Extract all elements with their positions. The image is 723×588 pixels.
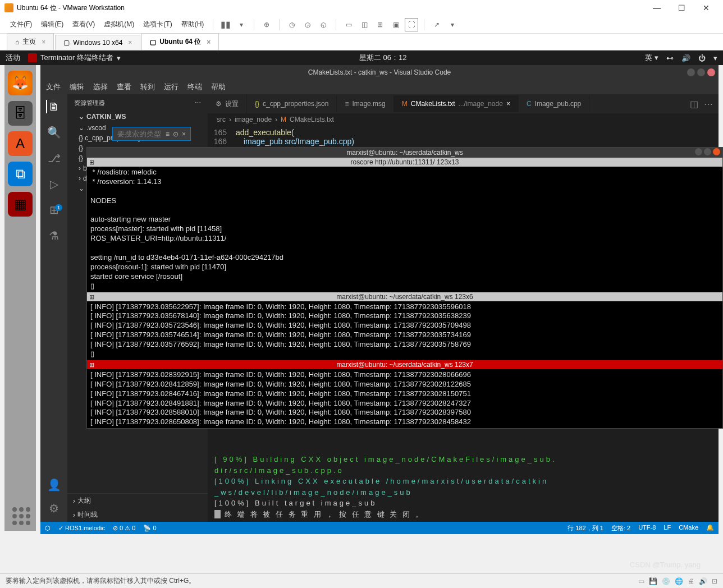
close-button[interactable] — [713, 148, 720, 155]
bell-icon[interactable]: 🔔 — [706, 524, 714, 532]
device-icon[interactable]: ⊡ — [712, 577, 717, 585]
flask-icon[interactable]: ⚗ — [47, 229, 61, 242]
code-editor[interactable]: 165 add_executable( 166 image_pub src/Im… — [208, 126, 719, 148]
close-icon[interactable]: × — [128, 39, 132, 47]
toolbar-dropdown-icon[interactable]: ▾ — [235, 18, 248, 31]
status-eol[interactable]: LF — [663, 524, 671, 532]
more-icon[interactable]: ⋯ — [704, 99, 713, 109]
device-icon[interactable]: 💿 — [662, 577, 670, 585]
layout-icon[interactable]: ▭ — [342, 18, 355, 31]
menu-edit[interactable]: 编辑(E) — [38, 17, 67, 31]
chevron-down-icon[interactable]: ▾ — [713, 54, 717, 62]
layout-icon4[interactable]: ▣ — [389, 18, 402, 31]
outline-panel[interactable]: › 大纲 — [67, 494, 208, 508]
toolbar-dropdown2-icon[interactable]: ▾ — [446, 18, 459, 31]
close-icon[interactable]: × — [42, 38, 45, 46]
status-encoding[interactable]: UTF-8 — [638, 524, 656, 532]
menu-view[interactable]: 查看(V) — [69, 17, 98, 31]
close-button[interactable] — [707, 68, 715, 76]
menu-run[interactable]: 运行 — [164, 82, 179, 92]
layout-icon2[interactable]: ◫ — [358, 18, 371, 31]
maximize-button[interactable] — [697, 68, 705, 76]
account-icon[interactable]: 👤 — [47, 478, 61, 491]
close-button[interactable]: ✕ — [694, 0, 719, 16]
split-editor-icon[interactable]: ◫ — [690, 99, 698, 109]
device-icon[interactable]: 🖨 — [688, 577, 694, 585]
dock-software[interactable]: A — [8, 131, 33, 156]
regex-icon[interactable]: ⊙ — [173, 130, 179, 138]
tab-home[interactable]: ⌂ 主页 × — [7, 33, 54, 50]
filter-icon[interactable]: ≡ — [166, 130, 170, 138]
layout-icon3[interactable]: ⊞ — [373, 18, 387, 31]
search-icon[interactable]: 🔍 — [47, 126, 61, 139]
tab-win10[interactable]: ▢ Windows 10 x64 × — [55, 35, 140, 50]
status-lncol[interactable]: 行 182，列 1 — [568, 524, 603, 532]
extensions-icon[interactable]: ⊞1 — [47, 203, 61, 217]
fullscreen-icon[interactable]: ⛶ — [405, 18, 418, 31]
power-icon[interactable]: ⏻ — [698, 54, 706, 62]
terminal-pane3[interactable]: [ INFO] [1713877923.028392915]: Image fr… — [87, 369, 722, 428]
minimize-button[interactable]: — — [644, 0, 669, 16]
pause-icon[interactable]: ▮▮ — [219, 18, 232, 31]
tab-imagepub[interactable]: CImage_pub.cpp — [519, 95, 589, 112]
ime-indicator[interactable]: 英 ▾ — [645, 53, 658, 63]
status-problems[interactable]: ⊘ 0 ⚠ 0 — [113, 525, 135, 532]
menu-help[interactable]: 帮助 — [211, 82, 226, 92]
device-icon[interactable]: 💾 — [649, 577, 657, 585]
source-control-icon[interactable]: ⎇ — [47, 151, 61, 165]
device-icon[interactable]: ▭ — [638, 577, 644, 585]
breadcrumb[interactable]: src › image_node › M CMakeLists.txt — [208, 113, 719, 126]
terminal-pane1[interactable]: * /rosdistro: melodic * /rosversion: 1.1… — [87, 167, 722, 292]
menu-tabs[interactable]: 选项卡(T) — [140, 17, 175, 31]
terminal-pane2[interactable]: [ INFO] [1713877923.035622957]: Image fr… — [87, 301, 722, 360]
menu-file[interactable]: 文件 — [46, 82, 61, 92]
tab-ubuntu[interactable]: ▢ Ubuntu 64 位 × — [141, 33, 219, 50]
dock-firefox[interactable]: 🦊 — [8, 71, 33, 95]
debug-icon[interactable]: ▷ — [47, 177, 61, 191]
menu-go[interactable]: 转到 — [140, 82, 155, 92]
gear-icon[interactable]: ⚙ — [47, 502, 61, 515]
close-icon[interactable]: × — [506, 100, 510, 108]
menu-terminal[interactable]: 终端 — [187, 82, 202, 92]
maximize-button[interactable]: ☐ — [669, 0, 694, 16]
show-apps-icon[interactable] — [12, 507, 30, 525]
status-lang[interactable]: CMake — [679, 524, 698, 532]
tab-cmake[interactable]: MCMakeLists.txt .../image_node × — [394, 95, 519, 112]
timeline-panel[interactable]: › 时间线 — [67, 508, 208, 522]
snapshot-manage-icon[interactable]: ◶ — [301, 18, 314, 31]
menu-view[interactable]: 查看 — [117, 82, 131, 92]
dock-files[interactable]: 🗄 — [8, 101, 33, 126]
close-icon[interactable]: × — [182, 130, 186, 138]
snapshot-revert-icon[interactable]: ◵ — [317, 18, 330, 31]
tab-imagemsg[interactable]: ≡Image.msg — [337, 95, 393, 112]
menu-help[interactable]: 帮助(H) — [178, 17, 208, 31]
volume-icon[interactable]: 🔊 — [681, 54, 690, 62]
dock-vscode[interactable]: ⧉ — [8, 162, 33, 186]
network-icon[interactable]: ⊷ — [666, 54, 674, 62]
send-keys-icon[interactable]: ⊕ — [260, 18, 273, 31]
status-ros[interactable]: ✓ ROS1.melodic — [58, 525, 105, 532]
menu-select[interactable]: 选择 — [93, 82, 108, 92]
unity-icon[interactable]: ↗ — [430, 18, 443, 31]
tab-ccpp[interactable]: {}c_cpp_properties.json — [247, 95, 337, 112]
minimize-button[interactable] — [687, 68, 695, 76]
clock[interactable]: 星期二 06：12 — [121, 53, 645, 63]
tree-root[interactable]: ⌄ CATKIN_WS — [67, 112, 208, 122]
device-icon[interactable]: 🔊 — [699, 577, 707, 585]
search-type-input[interactable] — [117, 130, 162, 138]
tab-settings[interactable]: ⚙设置 — [208, 95, 247, 113]
menu-file[interactable]: 文件(F) — [7, 17, 35, 31]
dock-terminator[interactable]: ▦ — [8, 192, 33, 217]
snapshot-icon[interactable]: ◷ — [285, 18, 299, 31]
menu-edit[interactable]: 编辑 — [70, 82, 84, 92]
status-ports[interactable]: 📡 0 — [143, 525, 156, 532]
device-icon[interactable]: 🌐 — [675, 577, 683, 585]
status-spaces[interactable]: 空格: 2 — [611, 524, 630, 532]
maximize-button[interactable] — [704, 148, 711, 155]
more-icon[interactable]: ⋯ — [195, 99, 201, 107]
remote-icon[interactable]: ⬡ — [45, 525, 51, 532]
close-icon[interactable]: × — [207, 38, 211, 46]
explorer-icon[interactable]: 🗎 — [46, 100, 60, 113]
activities-button[interactable]: 活动 — [6, 53, 20, 63]
menu-vm[interactable]: 虚拟机(M) — [100, 17, 138, 31]
